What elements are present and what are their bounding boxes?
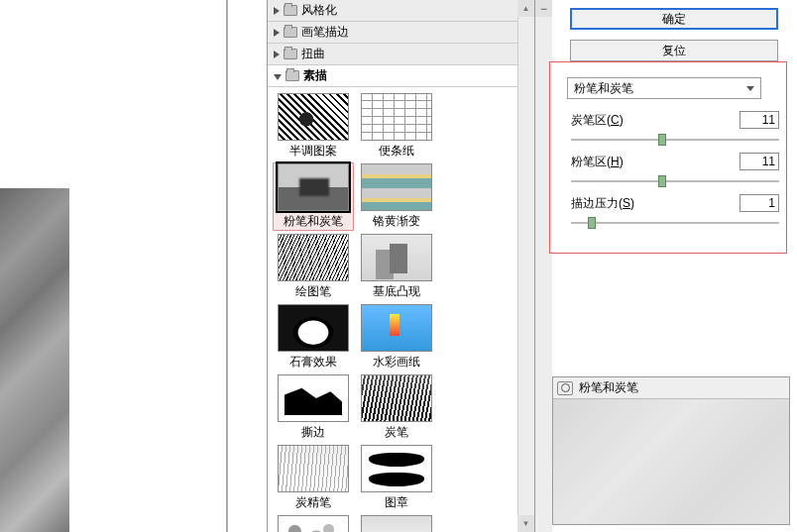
thumb-icon	[361, 163, 432, 211]
thumb-icon	[361, 304, 432, 352]
param-slider[interactable]	[571, 216, 779, 230]
filter-stamp[interactable]: 图章	[357, 445, 436, 511]
param-chalk-area: 粉笔区(H)	[571, 153, 779, 188]
zoom-column: −	[535, 0, 552, 532]
thumb-label: 炭精笔	[274, 494, 353, 511]
param-value-input[interactable]	[740, 111, 779, 129]
effect-layer-row[interactable]: 粉笔和炭笔	[553, 377, 789, 399]
chevron-down-icon	[274, 74, 282, 80]
filter-plaster[interactable]: 石膏效果	[274, 304, 353, 371]
slider-knob[interactable]	[658, 175, 666, 187]
category-label: 风格化	[301, 2, 337, 19]
chevron-up-icon: ▲	[522, 4, 530, 13]
folder-icon	[285, 70, 299, 81]
ok-button[interactable]: 确定	[570, 8, 778, 30]
category-distort[interactable]: 扭曲	[268, 44, 519, 65]
thumb-label: 基底凸现	[357, 283, 436, 300]
thumb-icon	[278, 445, 349, 492]
category-stylize[interactable]: 风格化	[268, 0, 519, 22]
filter-reticulation[interactable]: 网状	[274, 515, 353, 532]
param-slider[interactable]	[571, 133, 779, 147]
effect-layer-name: 粉笔和炭笔	[579, 379, 638, 396]
thumb-icon	[361, 515, 432, 532]
filter-charcoal[interactable]: 炭笔	[357, 374, 436, 441]
thumb-icon	[278, 234, 349, 281]
category-sketch[interactable]: 素描	[268, 65, 519, 87]
param-slider[interactable]	[571, 174, 779, 188]
slider-track	[571, 180, 779, 182]
filter-chrome[interactable]: 铬黄渐变	[357, 163, 436, 230]
scroll-down-button[interactable]: ▼	[517, 515, 534, 532]
folder-icon	[284, 49, 297, 59]
thumb-icon	[361, 445, 432, 492]
dropdown-value: 粉笔和炭笔	[574, 80, 633, 97]
chevron-right-icon	[274, 51, 280, 58]
param-value-input[interactable]	[740, 194, 779, 212]
filter-water-paper[interactable]: 水彩画纸	[357, 304, 436, 371]
thumb-label: 水彩画纸	[357, 354, 436, 371]
scroll-up-button[interactable]: ▲	[517, 0, 534, 17]
thumb-icon	[361, 93, 432, 141]
filter-gallery: 风格化 画笔描边 扭曲 素描 半调图案 便条纸 粉笔和炭笔 铬黄渐变 绘图笔 基…	[267, 0, 535, 532]
category-brush-strokes[interactable]: 画笔描边	[268, 22, 519, 44]
thumb-icon	[278, 374, 349, 422]
param-value-input[interactable]	[740, 153, 779, 170]
button-label: 确定	[662, 11, 686, 28]
param-label: 炭笔区(C)	[571, 112, 624, 129]
param-stroke-pressure: 描边压力(S)	[571, 194, 779, 230]
chevron-down-icon	[746, 86, 754, 91]
thumb-label: 石膏效果	[274, 354, 353, 371]
slider-track	[571, 222, 779, 224]
category-label: 扭曲	[301, 46, 325, 62]
thumb-icon	[278, 93, 349, 141]
thumb-label: 便条纸	[357, 143, 436, 160]
param-label: 粉笔区(H)	[571, 154, 624, 170]
preview-image	[0, 188, 69, 532]
thumb-icon	[278, 515, 349, 532]
filter-graphic-pen[interactable]: 绘图笔	[274, 234, 353, 300]
filter-conte-crayon[interactable]: 炭精笔	[274, 445, 353, 511]
filter-photocopy[interactable]: 影印	[357, 515, 436, 532]
visibility-toggle[interactable]	[557, 381, 573, 395]
thumb-label: 炭笔	[357, 424, 436, 441]
category-label: 画笔描边	[301, 24, 349, 41]
thumb-label: 粉笔和炭笔	[274, 213, 353, 230]
thumb-icon	[278, 304, 349, 352]
param-label: 描边压力(S)	[571, 195, 634, 212]
filter-note-paper[interactable]: 便条纸	[357, 93, 436, 160]
thumb-label: 铬黄渐变	[357, 213, 436, 230]
thumb-label: 撕边	[274, 424, 353, 441]
thumb-icon	[361, 234, 432, 281]
thumb-label: 绘图笔	[274, 283, 353, 300]
filter-chalk-charcoal[interactable]: 粉笔和炭笔	[274, 163, 353, 230]
effect-layer-preview	[553, 399, 789, 524]
zoom-out-button[interactable]: −	[535, 0, 552, 17]
folder-icon	[284, 27, 297, 38]
filter-bas-relief[interactable]: 基底凸现	[357, 234, 436, 300]
slider-track	[571, 139, 779, 141]
effect-layers-panel: 粉笔和炭笔	[552, 376, 790, 525]
filter-torn-edges[interactable]: 撕边	[274, 374, 353, 441]
reset-button[interactable]: 复位	[570, 40, 778, 61]
param-charcoal-area: 炭笔区(C)	[571, 111, 779, 147]
preview-frame	[69, 0, 228, 532]
scrollbar[interactable]: ▲ ▼	[517, 0, 534, 532]
slider-knob[interactable]	[658, 134, 666, 146]
chevron-right-icon	[274, 29, 280, 37]
filter-select[interactable]: 粉笔和炭笔	[567, 77, 761, 99]
thumb-label: 半调图案	[274, 143, 353, 160]
thumb-label: 图章	[357, 494, 436, 511]
category-label: 素描	[303, 67, 327, 84]
thumb-icon	[361, 374, 432, 422]
thumb-icon	[278, 163, 349, 211]
slider-knob[interactable]	[588, 217, 596, 229]
chevron-right-icon	[274, 7, 280, 15]
filter-halftone-pattern[interactable]: 半调图案	[274, 93, 353, 160]
chevron-down-icon: ▼	[522, 519, 530, 528]
button-label: 复位	[662, 43, 686, 59]
filter-grid: 半调图案 便条纸 粉笔和炭笔 铬黄渐变 绘图笔 基底凸现 石膏效果 水彩画纸 撕…	[268, 87, 519, 532]
folder-icon	[284, 5, 297, 16]
